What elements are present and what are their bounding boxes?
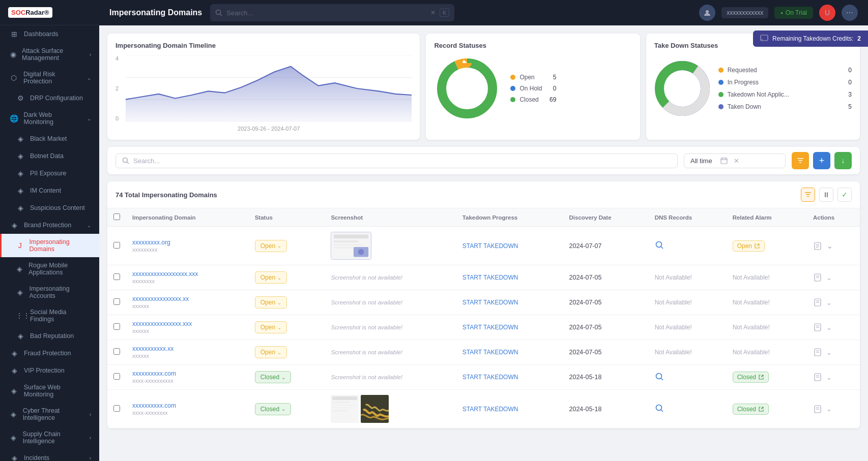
sidebar-item-supply-chain[interactable]: ◈ Supply Chain Intelligence › (0, 426, 99, 449)
check-icon: ✓ (842, 191, 848, 199)
sidebar-item-dashboards[interactable]: ⊞ Dashboards (0, 25, 99, 43)
alarm-badge-open[interactable]: Open (733, 240, 765, 252)
status-badge[interactable]: Open ⌄ (255, 296, 287, 309)
report-icon[interactable] (813, 405, 822, 414)
sidebar-item-impersonating-accounts[interactable]: ◈ Impersonating Accounts (0, 281, 99, 304)
domain-link[interactable]: xxxxxxxxxxxxxxxxxx.xxx (132, 270, 243, 278)
table-row: xxxxxxxxxxxxxxxxxx.xxx xxxxxxxx Open ⌄ S… (107, 265, 860, 290)
status-badge-open[interactable]: Open ⌄ (255, 240, 287, 252)
filter-download-btn[interactable]: ↓ (834, 152, 852, 169)
start-takedown-btn[interactable]: START TAKEDOWN (462, 274, 518, 281)
domain-link[interactable]: xxxxxxxxxxxxxxxx.xx (132, 295, 243, 302)
row-expand-icon[interactable]: ⌄ (826, 374, 832, 381)
alarm-not-available: Not Available! (733, 324, 770, 331)
row-checkbox[interactable] (113, 298, 120, 305)
domain-sub: xxxxxxxxx (132, 247, 158, 253)
row-checkbox[interactable] (113, 373, 120, 380)
black-market-icon: ◈ (16, 135, 25, 143)
date-clear-icon[interactable]: ✕ (734, 157, 739, 165)
status-badge[interactable]: Open ⌄ (255, 271, 287, 284)
global-search-input[interactable] (226, 9, 426, 17)
table-filter-active-btn[interactable] (801, 188, 815, 202)
sidebar-item-digital-risk[interactable]: ⬡ Digital Risk Protection ⌄ (0, 66, 99, 89)
sidebar-item-cyber-threat[interactable]: ◈ Cyber Threat Intelligence › (0, 403, 99, 426)
notification-avatar[interactable]: U (819, 5, 835, 21)
status-badge[interactable]: Open ⌄ (255, 321, 287, 333)
row-expand-icon[interactable]: ⌄ (826, 349, 832, 356)
table-search-icon (122, 157, 129, 164)
col-alarm: Related Alarm (727, 208, 807, 227)
sidebar-item-surface-web[interactable]: ◈ Surface Web Monitoring (0, 379, 99, 403)
sidebar-item-brand-protection[interactable]: ◈ Brand Protection ⌄ (0, 217, 99, 234)
sidebar-item-suspicious[interactable]: ◈ Suspicious Content (0, 199, 99, 217)
sidebar-item-fraud-protection[interactable]: ◈ Fraud Protection (0, 345, 99, 362)
domain-link[interactable]: xxxxxxxxx.org (132, 239, 243, 246)
table-search-input[interactable] (133, 157, 671, 165)
sidebar-item-botnet-data[interactable]: ◈ Botnet Data (0, 147, 99, 165)
svg-rect-27 (334, 244, 364, 245)
row-expand-icon[interactable]: ⌄ (826, 324, 832, 331)
sidebar-item-social-media[interactable]: ⋮⋮ Social Media Findings (0, 304, 99, 327)
row-checkbox[interactable] (113, 273, 120, 280)
dns-search-icon[interactable] (655, 372, 664, 381)
report-icon[interactable] (813, 298, 822, 307)
sidebar-item-impersonating-domains[interactable]: J Impersonating Domains (0, 234, 99, 257)
start-takedown-btn[interactable]: START TAKEDOWN (462, 406, 518, 413)
status-badge[interactable]: Open ⌄ (255, 346, 287, 358)
sidebar-item-black-market[interactable]: ◈ Black Market (0, 130, 99, 147)
report-icon[interactable] (813, 373, 822, 382)
domain-link[interactable]: xxxxxxxxxx.com (132, 370, 243, 377)
sidebar-item-dark-web[interactable]: 🌐 Dark Web Monitoring ⌄ (0, 107, 99, 130)
svg-line-1 (220, 14, 222, 16)
alarm-badge-closed[interactable]: Closed (733, 404, 769, 415)
start-takedown-btn[interactable]: START TAKEDOWN (462, 324, 518, 331)
row-checkbox[interactable] (113, 242, 120, 249)
report-icon[interactable] (813, 241, 822, 251)
domain-link[interactable]: xxxxxxxxxxxxxxxx.xxx (132, 320, 243, 327)
row-checkbox[interactable] (113, 323, 120, 330)
sidebar-item-incidents[interactable]: ◈ Incidents › (0, 449, 99, 461)
user-avatar[interactable] (699, 5, 715, 21)
row-expand-icon[interactable]: ⌄ (826, 299, 832, 306)
settings-avatar[interactable]: ⋯ (842, 5, 858, 21)
status-badge-closed[interactable]: Closed ⌄ (255, 371, 291, 383)
svg-rect-57 (332, 405, 357, 406)
dns-search-icon[interactable] (655, 404, 664, 413)
search-clear-icon[interactable]: ✕ (430, 9, 436, 16)
report-icon[interactable] (813, 273, 822, 282)
sidebar-item-rogue-mobile[interactable]: ◈ Rogue Mobile Applications (0, 257, 99, 281)
domain-link[interactable]: xxxxxxxxxx.com (132, 402, 243, 409)
start-takedown-btn[interactable]: START TAKEDOWN (462, 242, 518, 250)
sidebar-item-attack-surface[interactable]: ◉ Attack Surface Management › (0, 43, 99, 66)
date-filter[interactable]: All time ✕ (684, 153, 786, 168)
report-icon[interactable] (813, 348, 822, 357)
table-pause-btn[interactable]: ⏸ (819, 188, 833, 202)
dns-not-available: Not Available! (655, 324, 692, 331)
select-all-checkbox[interactable] (113, 213, 120, 220)
sidebar-item-pii-exposure[interactable]: ◈ PII Exposure (0, 165, 99, 182)
global-search-bar[interactable]: ✕ K (210, 4, 454, 21)
table-check-btn[interactable]: ✓ (837, 188, 852, 202)
row-expand-icon[interactable]: ⌄ (826, 274, 832, 282)
status-badge-closed[interactable]: Closed ⌄ (255, 403, 291, 415)
row-checkbox[interactable] (113, 405, 120, 412)
sidebar-item-vip-protection[interactable]: ◈ VIP Protection (0, 362, 99, 379)
sidebar-item-im-content[interactable]: ◈ IM Content (0, 182, 99, 199)
start-takedown-btn[interactable]: START TAKEDOWN (462, 299, 518, 306)
filter-plus-btn[interactable]: + (813, 152, 830, 169)
row-expand-icon[interactable]: ⌄ (826, 405, 832, 413)
row-checkbox[interactable] (113, 348, 120, 355)
report-icon[interactable] (813, 323, 822, 332)
domain-link[interactable]: xxxxxxxxxxx.xx (132, 345, 243, 352)
filter-orange-btn[interactable] (792, 152, 809, 169)
start-takedown-btn[interactable]: START TAKEDOWN (462, 374, 518, 381)
sidebar-item-drp-config[interactable]: ⚙ DRP Configuration (0, 89, 99, 107)
table-search-bar[interactable] (115, 153, 678, 168)
sidebar-item-bad-reputation[interactable]: ◈ Bad Reputation (0, 327, 99, 345)
svg-point-31 (656, 242, 661, 248)
row-expand-icon[interactable]: ⌄ (826, 241, 833, 251)
start-takedown-btn[interactable]: START TAKEDOWN (462, 349, 518, 356)
status-button[interactable]: ● On Trial (774, 7, 813, 19)
alarm-badge-closed[interactable]: Closed (733, 372, 769, 383)
dns-search-icon[interactable] (655, 240, 664, 250)
